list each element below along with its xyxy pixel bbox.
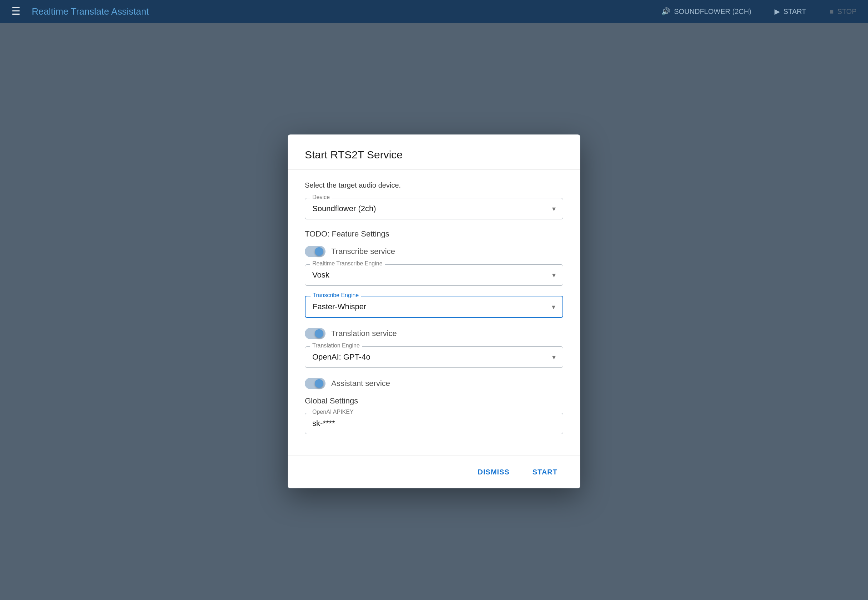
assistant-toggle-thumb (315, 379, 323, 388)
stop-icon: ■ (830, 8, 834, 16)
translation-engine-dropdown-arrow: ▾ (552, 353, 556, 361)
play-icon: ▶ (774, 7, 780, 16)
transcribe-engine-label: Transcribe Engine (311, 292, 361, 298)
navbar-divider-2 (818, 6, 818, 17)
modal-dialog: Start RTS2T Service Select the target au… (288, 135, 580, 488)
app-title: Realtime Translate Assistant (32, 6, 662, 17)
transcribe-toggle-label: Transcribe service (331, 247, 395, 256)
assistant-toggle[interactable] (305, 378, 326, 389)
start-nav-label: START (783, 8, 806, 16)
transcribe-toggle-row: Transcribe service (305, 246, 563, 257)
translation-engine-label: Translation Engine (310, 342, 362, 349)
realtime-transcribe-engine-field[interactable]: Realtime Transcribe Engine Vosk ▾ (305, 264, 563, 286)
translation-engine-field[interactable]: Translation Engine OpenAI: GPT-4o ▾ (305, 346, 563, 368)
device-dropdown-arrow: ▾ (552, 205, 556, 213)
audio-device-name: SOUNDFLOWER (2CH) (674, 8, 751, 16)
navbar-divider (763, 6, 763, 17)
navbar-right: 🔊 SOUNDFLOWER (2CH) ▶ START ■ STOP (662, 6, 857, 17)
realtime-transcribe-dropdown-arrow: ▾ (552, 271, 556, 279)
device-field-label: Device (310, 194, 332, 200)
stop-nav-button[interactable]: ■ STOP (830, 8, 857, 16)
dismiss-button[interactable]: DISMISS (472, 464, 515, 480)
device-field-value[interactable]: Soundflower (2ch) ▾ (312, 204, 556, 213)
assistant-toggle-row: Assistant service (305, 378, 563, 389)
transcribe-toggle-thumb (315, 247, 323, 256)
menu-icon[interactable]: ☰ (11, 6, 20, 17)
modal-header: Start RTS2T Service (288, 135, 580, 170)
openai-apikey-value: sk-**** (312, 419, 556, 428)
openai-apikey-field[interactable]: OpenAI APIKEY sk-**** (305, 413, 563, 434)
modal-title: Start RTS2T Service (305, 149, 563, 161)
audio-device-prompt: Select the target audio device. (305, 181, 563, 189)
transcribe-engine-field[interactable]: Transcribe Engine Faster-Whisper ▾ (305, 296, 563, 318)
realtime-transcribe-engine-label: Realtime Transcribe Engine (310, 261, 385, 267)
openai-apikey-label: OpenAI APIKEY (310, 409, 356, 415)
transcribe-engine-dropdown-arrow: ▾ (552, 303, 555, 311)
stop-nav-label: STOP (837, 8, 857, 16)
translation-toggle-row: Translation service (305, 328, 563, 339)
translation-toggle-thumb (315, 329, 323, 338)
global-settings-title: Global Settings (305, 396, 563, 406)
realtime-transcribe-engine-value[interactable]: Vosk ▾ (312, 270, 556, 280)
todo-label: TODO: Feature Settings (305, 229, 563, 239)
speaker-icon: 🔊 (662, 7, 670, 16)
transcribe-toggle[interactable] (305, 246, 326, 257)
device-select-field[interactable]: Device Soundflower (2ch) ▾ (305, 198, 563, 220)
navbar: ☰ Realtime Translate Assistant 🔊 SOUNDFL… (0, 0, 868, 23)
translation-engine-value[interactable]: OpenAI: GPT-4o ▾ (312, 352, 556, 362)
translation-toggle-label: Translation service (331, 329, 397, 338)
translation-toggle[interactable] (305, 328, 326, 339)
modal-overlay: Start RTS2T Service Select the target au… (0, 23, 868, 600)
audio-device-indicator: 🔊 SOUNDFLOWER (2CH) (662, 7, 751, 16)
start-nav-button[interactable]: ▶ START (774, 7, 806, 16)
modal-footer: DISMISS START (288, 456, 580, 488)
start-button[interactable]: START (527, 464, 563, 480)
assistant-toggle-label: Assistant service (331, 379, 390, 388)
modal-body: Select the target audio device. Device S… (288, 170, 580, 456)
transcribe-engine-value[interactable]: Faster-Whisper ▾ (313, 302, 555, 311)
